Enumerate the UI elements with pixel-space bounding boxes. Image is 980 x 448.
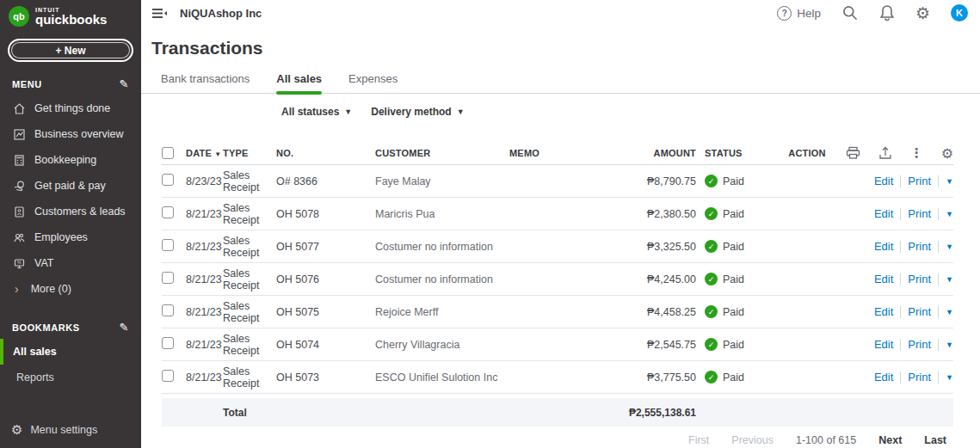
edit-link[interactable]: Edit <box>874 175 893 187</box>
print-link[interactable]: Print <box>908 338 931 351</box>
print-link[interactable]: Print <box>908 305 931 318</box>
chevron-right-icon: › <box>15 282 19 296</box>
action-dropdown-caret[interactable]: ▼ <box>946 177 953 186</box>
edit-link[interactable]: Edit <box>874 338 893 351</box>
table-row[interactable]: 8/21/23 Sales Receipt OH 5076 Costumer n… <box>162 263 953 296</box>
top-bar: NiQUAshop Inc ? Help ⚙ K <box>141 0 980 26</box>
delivery-filter-label: Delivery method <box>371 106 451 118</box>
chevron-down-icon: ▼ <box>344 107 352 116</box>
edit-link[interactable]: Edit <box>874 240 893 253</box>
pagination-last[interactable]: Last <box>924 434 946 446</box>
sidebar-item-customers-leads[interactable]: Customers & leads <box>0 199 141 224</box>
cell-customer: Maricris Pua <box>375 208 509 220</box>
col-amount[interactable]: AMOUNT <box>602 148 700 158</box>
edit-link[interactable]: Edit <box>874 273 893 285</box>
sidebar-item-more[interactable]: › More (0) <box>0 276 141 302</box>
table-row[interactable]: 8/23/23 Sales Receipt O# 8366 Faye Malay… <box>162 165 953 198</box>
row-checkbox[interactable] <box>162 272 174 284</box>
col-type[interactable]: TYPE <box>223 148 276 158</box>
edit-menu-icon[interactable]: ✎ <box>120 77 130 90</box>
cell-date: 8/23/23 <box>186 175 223 187</box>
print-link[interactable]: Print <box>908 240 931 253</box>
bookmark-reports[interactable]: Reports <box>0 365 141 390</box>
edit-bookmarks-icon[interactable]: ✎ <box>120 321 130 334</box>
edit-link[interactable]: Edit <box>874 305 893 318</box>
cell-no: OH 5073 <box>276 371 375 384</box>
col-customer[interactable]: CUSTOMER <box>375 148 509 158</box>
col-date[interactable]: DATE ▼ <box>186 148 223 158</box>
print-list-icon[interactable] <box>846 146 860 160</box>
search-icon[interactable] <box>841 4 859 21</box>
sidebar-item-get-things-done[interactable]: Get things done <box>0 95 141 121</box>
table-settings-icon[interactable]: ⚙ <box>941 145 953 162</box>
svg-text:%: % <box>17 260 22 265</box>
print-link[interactable]: Print <box>908 207 931 220</box>
col-status[interactable]: STATUS <box>700 148 757 158</box>
total-amount: ₱2,555,138.61 <box>602 407 700 419</box>
action-dropdown-caret[interactable]: ▼ <box>946 341 953 349</box>
people-icon <box>13 231 26 244</box>
more-options-icon[interactable]: ⋮ <box>910 145 923 161</box>
tab-expenses[interactable]: Expenses <box>348 72 398 93</box>
settings-icon[interactable]: ⚙ <box>915 5 930 21</box>
table-row[interactable]: 8/21/23 Sales Receipt OH 5075 Rejoice Me… <box>162 296 953 328</box>
edit-link[interactable]: Edit <box>874 371 893 384</box>
cell-action: EditPrint▼ <box>757 240 953 253</box>
tab-bar: Bank transactions All sales Expenses <box>141 72 980 94</box>
notifications-icon[interactable] <box>879 4 895 21</box>
pagination-previous[interactable]: Previous <box>731 434 774 446</box>
pagination-next[interactable]: Next <box>878 434 902 446</box>
bookmark-all-sales[interactable]: All sales <box>0 339 141 365</box>
row-checkbox[interactable] <box>162 337 174 349</box>
cell-amount: ₱4,245.00 <box>602 273 700 285</box>
row-checkbox[interactable] <box>162 206 174 218</box>
row-checkbox[interactable] <box>162 174 174 186</box>
table-row[interactable]: 8/21/23 Sales Receipt OH 5073 ESCO Unifi… <box>162 361 953 394</box>
action-dropdown-caret[interactable]: ▼ <box>946 242 953 251</box>
row-checkbox[interactable] <box>162 239 174 251</box>
print-link[interactable]: Print <box>908 371 931 384</box>
table-row[interactable]: 8/21/23 Sales Receipt OH 5078 Maricris P… <box>162 198 953 230</box>
bookmarks-section-label: BOOKMARKS <box>12 322 80 333</box>
cell-type: Sales Receipt <box>223 333 276 357</box>
badge-icon <box>13 206 26 218</box>
sidebar-item-business-overview[interactable]: Business overview <box>0 121 141 147</box>
sidebar-item-employees[interactable]: Employees <box>0 224 141 250</box>
col-action: ACTION <box>788 148 825 158</box>
print-link[interactable]: Print <box>908 175 931 187</box>
action-dropdown-caret[interactable]: ▼ <box>946 275 953 284</box>
table-row[interactable]: 8/21/23 Sales Receipt OH 5074 Cherry Vil… <box>162 328 953 361</box>
select-all-checkbox[interactable] <box>162 147 174 159</box>
help-button[interactable]: ? Help <box>777 6 821 21</box>
edit-link[interactable]: Edit <box>874 207 893 220</box>
hand-money-icon <box>13 180 26 193</box>
menu-settings-button[interactable]: ⚙ Menu settings <box>0 422 141 448</box>
row-checkbox[interactable] <box>162 304 174 316</box>
action-dropdown-caret[interactable]: ▼ <box>946 308 953 316</box>
cell-date: 8/21/23 <box>186 241 223 253</box>
print-link[interactable]: Print <box>908 273 931 285</box>
pagination-first[interactable]: First <box>688 434 709 446</box>
chevron-down-icon: ▼ <box>457 107 465 116</box>
tab-all-sales[interactable]: All sales <box>276 72 322 93</box>
avatar[interactable]: K <box>951 4 968 21</box>
col-no[interactable]: NO. <box>276 148 375 158</box>
tab-bank-transactions[interactable]: Bank transactions <box>161 72 250 93</box>
status-filter-dropdown[interactable]: All statuses ▼ <box>281 106 352 118</box>
sidebar-item-bookkeeping[interactable]: Bookkeeping <box>0 147 141 173</box>
sidebar-item-get-paid-pay[interactable]: Get paid & pay <box>0 173 141 199</box>
action-dropdown-caret[interactable]: ▼ <box>946 373 953 382</box>
sidebar-item-vat[interactable]: % VAT <box>0 250 141 276</box>
sort-desc-icon: ▼ <box>214 150 221 158</box>
row-checkbox[interactable] <box>162 370 174 382</box>
export-icon[interactable] <box>878 146 892 160</box>
new-button[interactable]: + New <box>8 39 133 62</box>
action-dropdown-caret[interactable]: ▼ <box>946 210 953 218</box>
cell-date: 8/21/23 <box>186 306 223 318</box>
cell-customer: Faye Malay <box>375 175 509 187</box>
delivery-method-filter-dropdown[interactable]: Delivery method ▼ <box>371 106 464 118</box>
table-header-row: DATE ▼ TYPE NO. CUSTOMER MEMO AMOUNT STA… <box>162 142 953 165</box>
col-memo[interactable]: MEMO <box>509 148 602 158</box>
table-row[interactable]: 8/21/23 Sales Receipt OH 5077 Costumer n… <box>162 230 953 263</box>
collapse-sidebar-icon[interactable] <box>151 7 168 20</box>
